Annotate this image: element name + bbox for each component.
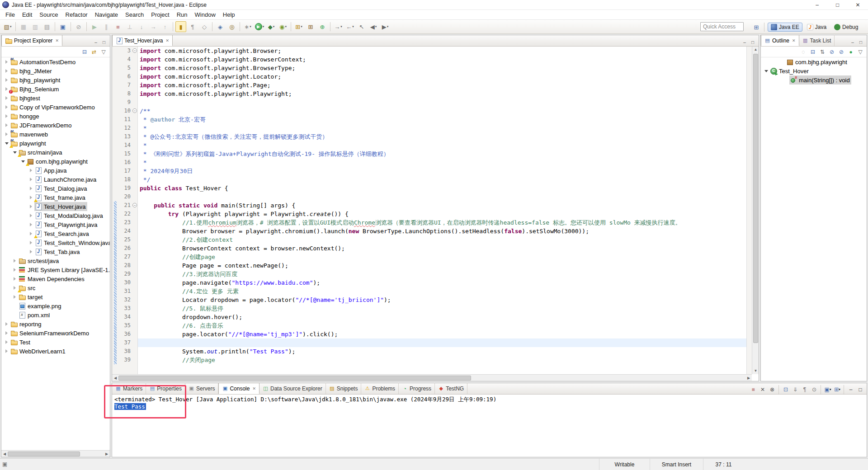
previous-annotation-button[interactable]: ←▾	[344, 21, 355, 32]
tree-item-webdriverlearn1[interactable]: WebDriverLearn1	[1, 347, 110, 356]
quick-access-input[interactable]: Quick Access	[700, 22, 744, 31]
maximize-view-button[interactable]: □	[856, 385, 865, 394]
close-icon[interactable]: ✕	[792, 38, 796, 43]
show-selected-element-only-button[interactable]: ◇	[199, 21, 210, 32]
expander-collapsed-icon[interactable]	[11, 268, 18, 272]
tab-progress[interactable]: ◔Progress	[399, 383, 435, 394]
remove-all-terminated-button[interactable]: ⊗	[768, 385, 777, 394]
fold-collapse-icon[interactable]: −	[132, 203, 137, 207]
minimize-view-icon[interactable]: –	[741, 38, 749, 46]
back-button[interactable]: ◀▾	[368, 21, 379, 32]
code-editor[interactable]: import com.microsoft.playwright.Browser;…	[138, 47, 746, 381]
tree-item-test-playwright-java[interactable]: Test_Playwright.java	[1, 220, 110, 229]
expander-collapsed-icon[interactable]	[28, 205, 34, 208]
tree-item-jre-system-library-javase-1[interactable]: JRE System Library [JavaSE-1.	[1, 265, 110, 274]
folding-ruler[interactable]: −−−	[132, 47, 138, 381]
open-binary-console-button[interactable]: ▣	[57, 21, 68, 32]
expander-collapsed-icon[interactable]	[11, 259, 18, 263]
tree-item-test-dialog-java[interactable]: Test_Dialog.java	[1, 184, 110, 193]
expander-expanded-icon[interactable]	[19, 160, 26, 163]
close-icon[interactable]: ✕	[55, 38, 59, 43]
maximize-view-icon[interactable]: □	[100, 38, 108, 46]
tree-item-maven-dependencies[interactable]: Maven Dependencies	[1, 274, 110, 283]
expander-collapsed-icon[interactable]	[3, 340, 10, 344]
hide-fields-button[interactable]: ⊘	[827, 47, 836, 56]
tree-item-target[interactable]: target	[1, 292, 110, 301]
tree-item-com-bjhg-playwright[interactable]: com.bjhg.playwright	[1, 157, 110, 166]
expander-collapsed-icon[interactable]	[11, 286, 18, 290]
focus-button[interactable]: ◌	[799, 47, 808, 56]
hide-static-members-button[interactable]: ⊘	[837, 47, 846, 56]
minimize-window-button[interactable]: –	[807, 0, 827, 10]
console-output-area[interactable]: <terminated> Test_Hover [Java Applicatio…	[112, 395, 867, 457]
tree-item-bjhg-jmeter[interactable]: bjhg_JMeter	[1, 66, 110, 75]
tab-problems[interactable]: ⚠Problems	[361, 383, 399, 394]
close-icon[interactable]: ✕	[252, 386, 256, 391]
expander-collapsed-icon[interactable]	[28, 196, 34, 199]
expander-collapsed-icon[interactable]	[3, 331, 10, 335]
resume-button[interactable]: ▶	[89, 21, 100, 32]
expander-collapsed-icon[interactable]	[28, 223, 34, 226]
new-java-ee-project-button[interactable]: ⊞▾	[293, 21, 304, 32]
tree-item-main-string-void[interactable]: main(String[]) : void	[761, 75, 867, 85]
tree-item-pom-xml[interactable]: pom.xml	[1, 310, 110, 320]
step-return-button[interactable]: ↑	[160, 21, 170, 32]
editor-hscrollbar[interactable]: ◀ ▶	[112, 374, 752, 381]
expander-collapsed-icon[interactable]	[28, 187, 34, 190]
open-console-button[interactable]: ⊞▾	[833, 385, 842, 394]
debug-button[interactable]: ◆▾	[266, 21, 277, 32]
collapse-all-button[interactable]: ⊟	[808, 47, 817, 56]
pin-console-button[interactable]: ⊙	[810, 385, 819, 394]
maximize-view-icon[interactable]: □	[857, 38, 865, 46]
expander-collapsed-icon[interactable]	[11, 295, 18, 299]
perspective-java[interactable]: JJava	[804, 23, 830, 32]
expander-collapsed-icon[interactable]	[28, 241, 34, 244]
minimize-view-icon[interactable]: –	[849, 38, 857, 46]
editor-vscrollbar[interactable]: ▲ ▼	[752, 47, 759, 374]
show-whitespace-button[interactable]: ¶	[187, 21, 198, 32]
link-with-editor-button[interactable]: ⇄	[90, 47, 99, 56]
tab-testng[interactable]: ◆TestNG	[435, 383, 467, 394]
expander-expanded-icon[interactable]	[11, 151, 18, 154]
mark-occurrences-button[interactable]: ▮	[175, 21, 186, 32]
menu-project[interactable]: Project	[147, 10, 173, 19]
external-tools-button[interactable]: ∗▾	[242, 21, 253, 32]
skip-all-breakpoints-button[interactable]: ⊘	[73, 21, 84, 32]
expander-collapsed-icon[interactable]	[28, 169, 34, 172]
tree-item-test-hover-java[interactable]: Test_Hover.java	[1, 202, 110, 211]
tab-task-list[interactable]: ▥ Task List	[799, 35, 835, 46]
tree-item-automationtestdemo[interactable]: MAutomationTestDemo	[1, 57, 110, 66]
next-annotation-button[interactable]: →▾	[333, 21, 344, 32]
menu-run[interactable]: Run	[173, 10, 191, 19]
tree-item-src[interactable]: src	[1, 283, 110, 292]
minimize-view-button[interactable]: –	[846, 385, 855, 394]
tree-item-test-modaldialog-java[interactable]: Test_ModalDialog.java	[1, 211, 110, 220]
tree-item-test-hover[interactable]: Test_Hover	[761, 66, 867, 75]
word-wrap-button[interactable]: ¶	[800, 385, 809, 394]
tree-item-seleniumframeworkdemo[interactable]: SeleniumFrameworkDemo	[1, 329, 110, 338]
new-wizard-button[interactable]: ▧▾	[2, 21, 13, 32]
expander-collapsed-icon[interactable]	[28, 214, 34, 217]
fold-collapse-icon[interactable]: −	[132, 108, 137, 113]
expander-expanded-icon[interactable]	[763, 70, 769, 72]
expander-collapsed-icon[interactable]	[28, 178, 34, 181]
tab-test-hover-java[interactable]: Test_Hover.java ✕	[112, 35, 173, 46]
expander-collapsed-icon[interactable]	[28, 250, 34, 254]
project-explorer-hscrollbar[interactable]: ◀ ▶	[1, 450, 110, 457]
remove-launch-button[interactable]: ✕	[758, 385, 767, 394]
perspective-debug[interactable]: Debug	[831, 23, 861, 32]
tree-item-example-png[interactable]: example.png	[1, 301, 110, 310]
close-icon[interactable]: ✕	[165, 38, 169, 43]
tree-item-bjhg-selenium[interactable]: !Bjhg_Selenium	[1, 85, 110, 94]
forward-button[interactable]: ▶▾	[380, 21, 391, 32]
tree-item-bjhgtest[interactable]: bjhgtest	[1, 94, 110, 103]
tab-snippets[interactable]: ▨Snippets	[326, 383, 362, 394]
menu-refactor[interactable]: Refactor	[62, 10, 91, 19]
menu-file[interactable]: File	[2, 10, 19, 19]
tree-item-reportng[interactable]: reportng	[1, 320, 110, 329]
tree-item-bjhg-playwright[interactable]: bjhg_playwright	[1, 75, 110, 85]
tree-item-mavenweb[interactable]: Mmavenweb	[1, 130, 110, 139]
menu-navigate[interactable]: Navigate	[91, 10, 122, 19]
tab-servers[interactable]: ▣Servers	[185, 383, 218, 394]
coverage-button[interactable]: ◉▾	[278, 21, 288, 32]
